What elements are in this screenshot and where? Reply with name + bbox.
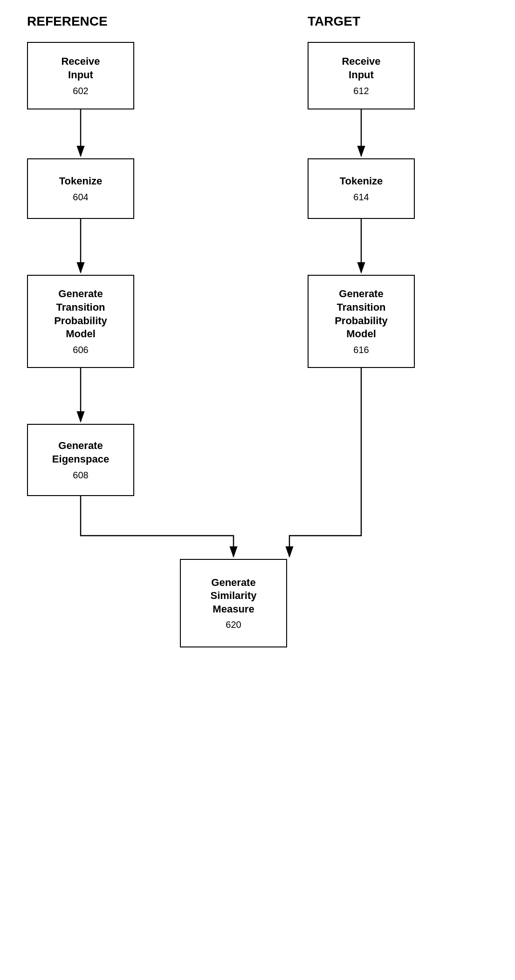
tgt-receive-box: Receive Input 612 (308, 42, 415, 109)
ref-transition-num: 606 (73, 345, 88, 355)
ref-eigenspace-num: 608 (73, 470, 88, 481)
ref-eigenspace-box: Generate Eigenspace 608 (27, 424, 134, 496)
ref-receive-num: 602 (73, 86, 88, 96)
ref-tokenize-box: Tokenize 604 (27, 158, 134, 219)
tgt-transition-num: 616 (353, 345, 369, 355)
tgt-transition-title: Generate Transition Probability Model (335, 287, 388, 340)
ref-receive-title: Receive Input (61, 55, 100, 82)
tgt-tokenize-title: Tokenize (340, 175, 383, 188)
diagram: REFERENCE TARGET Receive Input 602 Token… (0, 0, 515, 980)
target-label: TARGET (308, 14, 360, 29)
ref-tokenize-title: Tokenize (59, 175, 103, 188)
tgt-tokenize-num: 614 (353, 192, 369, 203)
similarity-title: Generate Similarity Measure (210, 576, 256, 616)
reference-label: REFERENCE (27, 14, 108, 29)
similarity-box: Generate Similarity Measure 620 (180, 559, 287, 647)
tgt-receive-title: Receive Input (342, 55, 380, 82)
tgt-receive-num: 612 (353, 86, 369, 96)
tgt-tokenize-box: Tokenize 614 (308, 158, 415, 219)
ref-transition-box: Generate Transition Probability Model 60… (27, 275, 134, 368)
similarity-num: 620 (226, 619, 241, 630)
ref-receive-box: Receive Input 602 (27, 42, 134, 109)
ref-tokenize-num: 604 (73, 192, 88, 203)
ref-eigenspace-title: Generate Eigenspace (52, 439, 109, 466)
ref-transition-title: Generate Transition Probability Model (54, 287, 107, 340)
tgt-transition-box: Generate Transition Probability Model 61… (308, 275, 415, 368)
